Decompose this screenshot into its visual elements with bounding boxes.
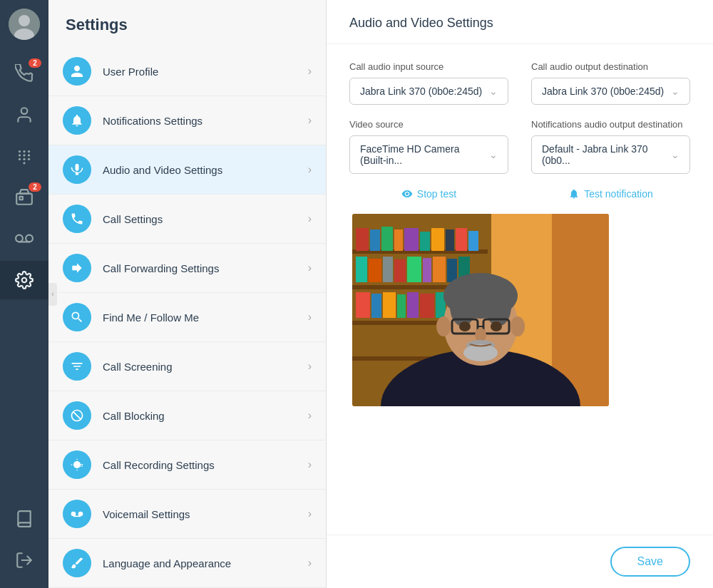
menu-item-call-forwarding[interactable]: Call Forwarding Settings › (48, 244, 326, 293)
call-screening-icon-circle (63, 352, 91, 381)
svg-rect-55 (447, 259, 457, 282)
svg-rect-49 (369, 259, 381, 282)
svg-rect-44 (431, 228, 444, 251)
svg-rect-61 (407, 292, 419, 318)
menu-item-voicemail[interactable]: Voicemail Settings › (48, 490, 326, 539)
audio-output-label: Call audio output destination (531, 61, 690, 72)
dialpad-icon (15, 147, 34, 165)
chevron-icon: › (308, 212, 312, 225)
svg-rect-39 (370, 229, 380, 251)
notif-audio-select[interactable]: Default - Jabra Link 370 (0b0... ⌄ (531, 135, 690, 174)
stop-test-label: Stop test (417, 188, 456, 200)
svg-rect-41 (394, 229, 403, 251)
menu-item-call-blocking[interactable]: Call Blocking › (48, 391, 326, 440)
avatar-area[interactable] (0, 0, 48, 48)
call-forwarding-icon-circle (63, 254, 91, 282)
svg-point-9 (28, 154, 30, 156)
menu-label-call-forwarding: Call Forwarding Settings (103, 262, 308, 274)
chevron-icon: › (308, 114, 312, 127)
sidebar-item-voicemail[interactable] (0, 220, 48, 258)
form-row-video: Video source FaceTime HD Camera (Built-i… (349, 119, 690, 174)
svg-rect-45 (446, 229, 454, 251)
notif-audio-value: Default - Jabra Link 370 (0b0... (542, 143, 665, 166)
svg-point-7 (19, 154, 21, 156)
sidebar-item-logout[interactable] (0, 541, 48, 579)
svg-rect-42 (404, 228, 419, 251)
find-me-icon-circle (63, 303, 91, 331)
save-button[interactable]: Save (610, 547, 690, 577)
svg-point-10 (19, 158, 21, 160)
menu-label-call-settings: Call Settings (103, 213, 308, 225)
chevron-icon: › (308, 65, 312, 78)
audio-input-value: Jabra Link 370 (0b0e:245d) (360, 86, 482, 97)
sidebar-item-directory[interactable] (0, 500, 48, 538)
sidebar-item-dialpad[interactable] (0, 137, 48, 175)
svg-rect-14 (16, 194, 32, 205)
main-footer: Save (327, 535, 713, 588)
menu-item-find-me-follow-me[interactable]: Find Me / Follow Me › (48, 293, 326, 342)
audio-input-group: Call audio input source Jabra Link 370 (… (349, 61, 508, 105)
video-source-select[interactable]: FaceTime HD Camera (Built-in... ⌄ (349, 135, 508, 174)
fax-badge: 2 (29, 182, 41, 192)
svg-rect-43 (420, 232, 430, 251)
menu-label-call-recording: Call Recording Settings (103, 459, 308, 471)
menu-item-audio-video[interactable]: Audio and Video Settings › (48, 145, 326, 195)
form-row-audio: Call audio input source Jabra Link 370 (… (349, 61, 690, 105)
chevron-icon: › (308, 458, 312, 471)
bell-icon (70, 113, 84, 128)
menu-item-call-settings[interactable]: Call Settings › (48, 195, 326, 244)
sidebar-item-calls[interactable]: 2 (0, 54, 48, 93)
menu-item-notifications[interactable]: Notifications Settings › (48, 96, 326, 145)
phone-icon (70, 212, 84, 226)
user-profile-icon-circle (63, 57, 91, 86)
svg-point-19 (22, 278, 27, 283)
svg-rect-15 (20, 197, 23, 200)
svg-rect-54 (433, 257, 446, 282)
audio-output-chevron: ⌄ (671, 86, 679, 97)
svg-rect-48 (356, 257, 367, 282)
test-notification-label: Test notification (584, 188, 653, 200)
main-body: Call audio input source Jabra Link 370 (… (327, 44, 713, 535)
svg-point-8 (23, 154, 25, 156)
menu-item-language-appearance[interactable]: Language and Appearance › (48, 539, 326, 588)
svg-rect-53 (423, 258, 431, 282)
icon-bar-bottom (0, 500, 48, 588)
chevron-icon: › (308, 557, 312, 569)
test-notification-link[interactable]: Test notification (531, 188, 690, 200)
svg-point-17 (26, 235, 33, 242)
language-icon-circle (63, 549, 91, 577)
audio-output-group: Call audio output destination Jabra Link… (531, 61, 690, 105)
chevron-icon: › (308, 507, 312, 520)
notif-audio-chevron: ⌄ (671, 149, 679, 160)
audio-input-select[interactable]: Jabra Link 370 (0b0e:245d) ⌄ (349, 78, 508, 105)
audio-output-value: Jabra Link 370 (0b0e:245d) (542, 86, 664, 97)
sidebar-item-settings[interactable] (0, 261, 48, 299)
svg-rect-40 (381, 227, 393, 251)
block-icon (70, 408, 84, 423)
menu-item-user-profile[interactable]: User Profile › (48, 47, 326, 96)
stop-test-link[interactable]: Stop test (349, 188, 508, 200)
svg-point-16 (16, 235, 23, 242)
svg-point-3 (21, 108, 28, 114)
audio-video-icon-circle (63, 155, 91, 184)
menu-item-call-recording[interactable]: REC Call Recording Settings › (48, 440, 326, 490)
sidebar-item-fax[interactable]: 2 (0, 178, 48, 217)
svg-rect-60 (397, 294, 406, 318)
svg-point-6 (28, 150, 30, 153)
svg-rect-50 (383, 257, 393, 282)
chevron-icon: › (308, 262, 312, 274)
svg-rect-38 (356, 228, 369, 251)
svg-point-12 (28, 158, 30, 160)
person-icon (70, 64, 84, 78)
mic-icon (70, 163, 84, 177)
svg-point-23 (71, 512, 76, 517)
svg-rect-57 (356, 292, 370, 318)
audio-output-select[interactable]: Jabra Link 370 (0b0e:245d) ⌄ (531, 78, 690, 105)
svg-text:REC: REC (76, 463, 83, 468)
main-content: Audio and Video Settings Call audio inpu… (327, 0, 713, 588)
sidebar-item-contacts[interactable] (0, 96, 48, 134)
contacts-icon (15, 105, 34, 124)
collapse-tab[interactable]: ‹ (48, 283, 57, 306)
menu-item-call-screening[interactable]: Call Screening › (48, 342, 326, 391)
settings-icon (15, 271, 34, 289)
